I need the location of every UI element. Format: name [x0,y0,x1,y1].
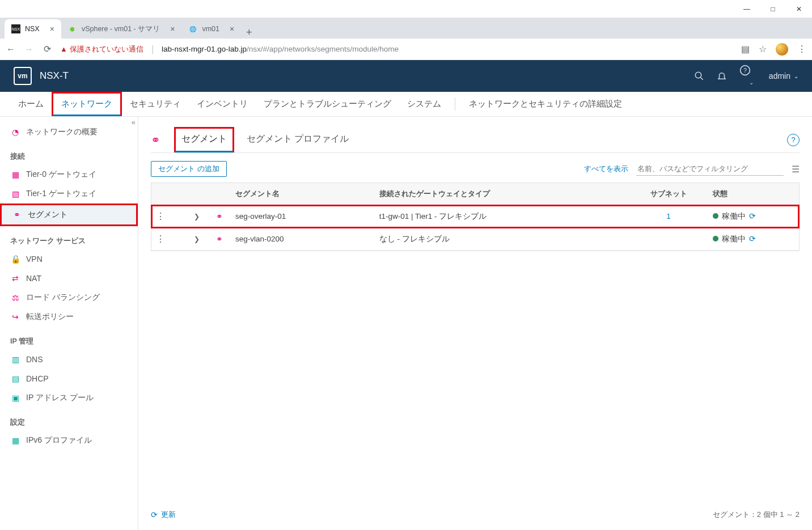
sidebar-section-connect: 接続 [0,142,138,165]
window-maximize[interactable]: □ [760,0,786,18]
tab-plan-troubleshoot[interactable]: プランとトラブルシューティング [256,92,399,116]
expand-row-icon[interactable]: ❯ [194,235,200,243]
sidebar-section-netservices: ネットワーク サービス [0,226,138,249]
sidebar-section-ip: IP 管理 [0,327,138,350]
sidebar-item-ipv6[interactable]: ▦ IPv6 プロファイル [0,431,138,450]
tab-advanced-settings[interactable]: ネットワークとセキュリティの詳細設定 [461,92,630,116]
window-close[interactable]: ✕ [786,0,812,18]
tab-home[interactable]: ホーム [10,92,52,116]
svg-text:?: ? [743,67,747,74]
table-row[interactable]: ⋮ ❯ ⚭ seg-vlan-0200 なし - フレキシブル 稼働中⟳ [151,228,799,251]
tab-security[interactable]: セキュリティ [122,92,189,116]
add-segment-button[interactable]: セグメント の追加 [151,161,227,177]
url-display[interactable]: lab-nsxt-mgr-01.go-lab.jp/nsx/#/app/netw… [162,45,733,53]
sidebar-item-tier1[interactable]: ▧ Tier-1 ゲートウェイ [0,184,138,203]
filter-icon[interactable]: ☰ [792,164,800,175]
chrome-menu-icon[interactable]: ⋮ [797,44,806,54]
profile-avatar[interactable] [776,43,788,56]
row-actions-icon[interactable]: ⋮ [156,234,165,244]
footer-count: セグメント：2 個中 1 ～ 2 [713,510,800,520]
table-row[interactable]: ⋮ ❯ ⚭ seg-overlay-01 t1-gw-01 | Tier1 - … [151,205,799,228]
tab-close-icon[interactable]: × [230,24,234,33]
expand-row-icon[interactable]: ❯ [194,213,200,221]
sidebar-section-settings: 設定 [0,408,138,431]
sidebar-item-segments[interactable]: ⚭ セグメント [0,203,138,226]
segment-row-icon: ⚭ [216,235,223,244]
subnet-link[interactable]: 1 [666,212,671,221]
browser-tab-vm01[interactable]: 🌐 vm01 × [181,19,241,39]
insecure-warning[interactable]: ▲ 保護されていない通信 [60,44,143,54]
col-subnet[interactable]: サブネット [629,183,708,205]
tab-title: vm01 [202,25,219,33]
vmware-logo: vm [14,67,32,85]
content-pane: ⚭ セグメント セグメント プロファイル ? セグメント の追加 すべてを表示 … [138,117,812,530]
sidebar-item-ippool[interactable]: ▣ IP アドレス プール [0,388,138,408]
sidebar-item-nat[interactable]: ⇄ NAT [0,269,138,288]
lb-icon: ⚖ [10,292,20,303]
favicon-vsphere: ⬢ [68,24,77,33]
main-nav-tabs: ホーム ネットワーク セキュリティ インベントリ プランとトラブルシューティング… [0,92,812,117]
col-status[interactable]: 状態 [708,183,799,205]
tab-network[interactable]: ネットワーク [52,92,122,116]
col-name[interactable]: セグメント名 [231,183,375,205]
window-minimize[interactable]: — [734,0,760,18]
refresh-icon[interactable]: ⟳ [151,510,158,519]
sidebar-collapse-icon[interactable]: « [132,118,136,126]
row-refresh-icon[interactable]: ⟳ [749,234,756,243]
status-dot-icon [713,236,718,241]
sidebar: « ◔ ネットワークの概要 接続 ▦ Tier-0 ゲートウェイ ▧ Tier-… [0,117,138,530]
nat-icon: ⇄ [10,273,20,283]
nav-back-icon[interactable]: ← [6,44,16,54]
help-icon[interactable]: ? ⌄ [739,65,762,87]
browser-tab-vsphere[interactable]: ⬢ vSphere - vm01 - サマリ × [61,19,182,39]
browser-tab-nsx[interactable]: NSX NSX × [5,19,61,39]
nav-reload-icon[interactable]: ⟳ [42,44,52,54]
content-tabs: ⚭ セグメント セグメント プロファイル ? [151,127,800,153]
favicon-nsx: NSX [11,24,20,33]
bookmark-star-icon[interactable]: ☆ [759,44,767,54]
segment-table: セグメント名 接続されたゲートウェイとタイプ サブネット 状態 ⋮ ❯ ⚭ se… [151,183,800,251]
ctab-segment[interactable]: セグメント [174,127,234,152]
tab-close-icon[interactable]: × [170,24,175,33]
tab-title: NSX [25,25,40,33]
segment-row-icon: ⚭ [216,213,223,221]
sidebar-item-tier0[interactable]: ▦ Tier-0 ゲートウェイ [0,165,138,184]
bell-icon[interactable] [717,71,739,81]
cell-gateway: なし - フレキシブル [375,228,629,250]
tab-close-icon[interactable]: × [50,24,54,33]
warning-icon: ▲ [60,45,67,53]
tab-inventory[interactable]: インベントリ [189,92,256,116]
sidebar-item-forwarding[interactable]: ↪ 転送ポリシー [0,307,138,327]
svg-line-1 [700,77,703,80]
col-gateway[interactable]: 接続されたゲートウェイとタイプ [375,183,629,205]
sidebar-item-loadbalancer[interactable]: ⚖ ロード バランシング [0,288,138,307]
nav-forward-icon[interactable]: → [24,44,34,54]
browser-tab-strip: NSX NSX × ⬢ vSphere - vm01 - サマリ × 🌐 vm0… [0,18,812,39]
address-bar: ← → ⟳ ▲ 保護されていない通信 | lab-nsxt-mgr-01.go-… [0,39,812,60]
row-actions-icon[interactable]: ⋮ [156,211,165,221]
translate-icon[interactable]: ▤ [741,44,750,54]
sidebar-item-overview[interactable]: ◔ ネットワークの概要 [0,122,138,142]
body-area: « ◔ ネットワークの概要 接続 ▦ Tier-0 ゲートウェイ ▧ Tier-… [0,117,812,530]
help-circle-icon[interactable]: ? [787,134,800,146]
refresh-link[interactable]: 更新 [161,510,176,520]
sidebar-item-vpn[interactable]: 🔒 VPN [0,249,138,269]
tab-system[interactable]: システム [399,92,449,116]
ctab-segment-profile[interactable]: セグメント プロファイル [244,129,351,151]
vpn-icon: 🔒 [10,254,20,264]
cell-status: 稼働中⟳ [708,228,799,250]
product-title: NSX-T [40,70,69,82]
cell-name: seg-overlay-01 [231,206,375,226]
user-menu[interactable]: admin⌄ [769,71,798,80]
new-tab-button[interactable]: + [241,27,257,39]
sidebar-item-dns[interactable]: ▥ DNS [0,350,138,369]
row-refresh-icon[interactable]: ⟳ [749,211,756,221]
tier1-icon: ▧ [10,189,20,199]
show-all-link[interactable]: すべてを表示 [584,164,628,174]
filter-input[interactable] [636,162,784,176]
search-icon[interactable] [694,71,717,81]
tier0-icon: ▦ [10,169,20,180]
table-header: セグメント名 接続されたゲートウェイとタイプ サブネット 状態 [151,183,799,205]
sidebar-item-dhcp[interactable]: ▤ DHCP [0,369,138,388]
tab-title: vSphere - vm01 - サマリ [82,24,160,34]
